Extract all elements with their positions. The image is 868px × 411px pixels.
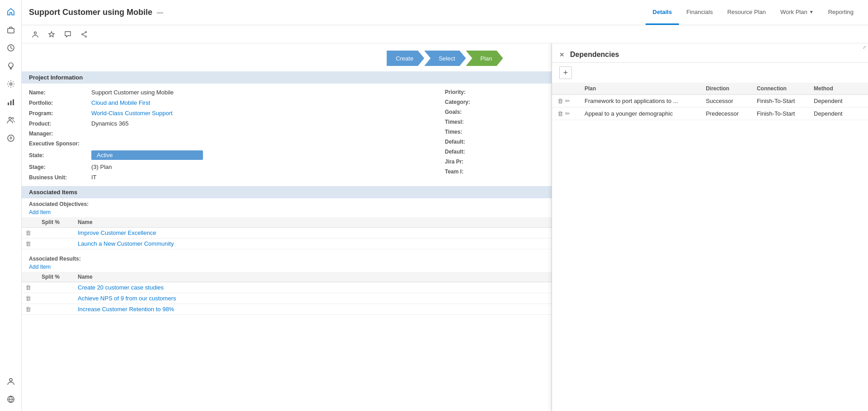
results-col-icon <box>22 272 38 282</box>
objectives-row1-delete-icon[interactable]: 🗑 <box>25 229 31 236</box>
svg-point-15 <box>82 33 83 35</box>
deps-row1-plan: Framework to port applications to ... <box>579 95 700 107</box>
share-action-icon[interactable] <box>78 28 90 41</box>
field-program[interactable]: World-Class Customer Support <box>91 110 173 117</box>
svg-point-10 <box>9 378 12 381</box>
form-row-portfolio: Portfolio: Cloud and Mobile First <box>29 98 445 108</box>
deps-row2-direction: Predecessor <box>700 107 751 120</box>
dependencies-panel: ⤢ ✕ Dependencies + Plan Direction Connec… <box>552 43 868 411</box>
field-business-unit: IT <box>91 174 97 181</box>
sidebar-icon-user[interactable] <box>3 373 19 389</box>
table-row: 🗑 ✏ Framework to port applications to ..… <box>552 95 868 107</box>
deps-row2-delete-icon[interactable]: 🗑 <box>557 110 563 117</box>
field-stage: (3) Plan <box>91 163 112 170</box>
sidebar <box>0 0 22 411</box>
results-row3-split <box>38 304 74 315</box>
top-nav: Support Customer using Mobile — Details … <box>22 0 868 25</box>
wizard-step-create[interactable]: Create <box>387 51 424 66</box>
deps-col-actions <box>552 83 579 95</box>
field-name: Support Customer using Mobile <box>91 89 174 96</box>
form-row-product: Product: Dynamics 365 <box>29 118 445 129</box>
panel-resize-handle[interactable]: ⤢ <box>861 43 868 51</box>
deps-row2-method: Dependent <box>808 107 854 120</box>
deps-col-method: Method <box>808 83 854 95</box>
dependencies-header: ✕ Dependencies <box>552 43 868 63</box>
form-row-stage: Stage: (3) Plan <box>29 162 445 172</box>
svg-point-12 <box>34 32 37 34</box>
work-plan-dropdown-arrow: ▼ <box>809 9 814 14</box>
results-row3-delete-icon[interactable]: 🗑 <box>25 306 31 313</box>
deps-row1-edit-icon[interactable]: ✏ <box>565 98 570 104</box>
svg-point-14 <box>85 36 87 37</box>
svg-rect-0 <box>8 28 14 33</box>
objectives-col-icon <box>22 217 38 228</box>
user-action-icon[interactable] <box>29 28 42 41</box>
svg-rect-5 <box>13 99 14 105</box>
sidebar-icon-settings[interactable] <box>3 76 19 92</box>
dependencies-close-icon[interactable]: ✕ <box>559 51 565 58</box>
deps-row2-connection: Finish-To-Start <box>751 107 808 120</box>
tab-work-plan[interactable]: Work Plan ▼ <box>773 0 821 25</box>
comment-action-icon[interactable] <box>61 28 74 41</box>
nav-tabs: Details Financials Resource Plan Work Pl… <box>646 0 861 25</box>
sidebar-icon-clock[interactable] <box>3 40 19 56</box>
deps-row1-delete-icon[interactable]: 🗑 <box>557 98 563 104</box>
svg-point-8 <box>8 135 14 141</box>
sidebar-icon-chart[interactable] <box>3 94 19 110</box>
objectives-row2-split <box>38 238 74 249</box>
tab-resource-plan[interactable]: Resource Plan <box>720 0 773 25</box>
sidebar-icon-people[interactable] <box>3 112 19 128</box>
action-bar <box>22 25 868 43</box>
main-content: Support Customer using Mobile — Details … <box>22 0 868 411</box>
objectives-row1-split <box>38 228 74 238</box>
tab-reporting[interactable]: Reporting <box>821 0 861 25</box>
form-row-business-unit: Business Unit: IT <box>29 172 445 182</box>
form-row-program: Program: World-Class Customer Support <box>29 108 445 118</box>
wizard-step-plan[interactable]: Plan <box>466 51 503 66</box>
svg-point-7 <box>12 117 14 119</box>
title-edit-hint: — <box>157 9 163 16</box>
objectives-row2-delete-icon[interactable]: 🗑 <box>25 240 31 247</box>
deps-row1-connection: Finish-To-Start <box>751 95 808 107</box>
results-row2-delete-icon[interactable]: 🗑 <box>25 295 31 302</box>
field-portfolio[interactable]: Cloud and Mobile First <box>91 99 150 106</box>
svg-point-2 <box>9 83 12 85</box>
star-action-icon[interactable] <box>45 28 58 41</box>
svg-rect-3 <box>8 103 9 105</box>
field-product: Dynamics 365 <box>91 120 128 127</box>
deps-row2-extra <box>854 107 868 120</box>
sidebar-icon-briefcase[interactable] <box>3 22 19 38</box>
deps-row1-extra <box>854 95 868 107</box>
sidebar-icon-bulb[interactable] <box>3 58 19 74</box>
svg-point-9 <box>10 137 12 139</box>
sidebar-icon-globe[interactable] <box>3 391 19 407</box>
tab-details[interactable]: Details <box>646 0 679 25</box>
svg-point-6 <box>9 117 11 120</box>
deps-row2-plan: Appeal to a younger demographic <box>579 107 700 120</box>
page-title: Support Customer using Mobile — <box>29 8 163 17</box>
results-row1-delete-icon[interactable]: 🗑 <box>25 284 31 291</box>
form-row-name: Name: Support Customer using Mobile <box>29 87 445 98</box>
form-row-manager: Manager: <box>29 129 445 139</box>
results-col-split: Split % <box>38 272 74 282</box>
state-badge[interactable]: Active <box>91 150 203 160</box>
sidebar-icon-gauge[interactable] <box>3 130 19 146</box>
dependencies-title: Dependencies <box>570 51 619 59</box>
table-row: 🗑 ✏ Appeal to a younger demographic Pred… <box>552 107 868 120</box>
results-row1-split <box>38 282 74 293</box>
deps-col-direction: Direction <box>700 83 751 95</box>
deps-row1-actions: 🗑 ✏ <box>557 98 574 104</box>
results-row2-split <box>38 293 74 304</box>
form-row-state: State: Active <box>29 149 445 162</box>
deps-row1-direction: Successor <box>700 95 751 107</box>
wizard-step-select[interactable]: Select <box>424 51 466 66</box>
deps-col-extra <box>854 83 868 95</box>
deps-row2-edit-icon[interactable]: ✏ <box>565 110 570 117</box>
deps-col-plan: Plan <box>579 83 700 95</box>
project-title: Support Customer using Mobile <box>29 8 152 17</box>
svg-rect-4 <box>10 101 11 105</box>
dependencies-add-button[interactable]: + <box>559 66 572 79</box>
tab-financials[interactable]: Financials <box>679 0 720 25</box>
form-row-exec-sponsor: Executive Sponsor: <box>29 139 445 149</box>
sidebar-icon-home[interactable] <box>3 4 19 20</box>
